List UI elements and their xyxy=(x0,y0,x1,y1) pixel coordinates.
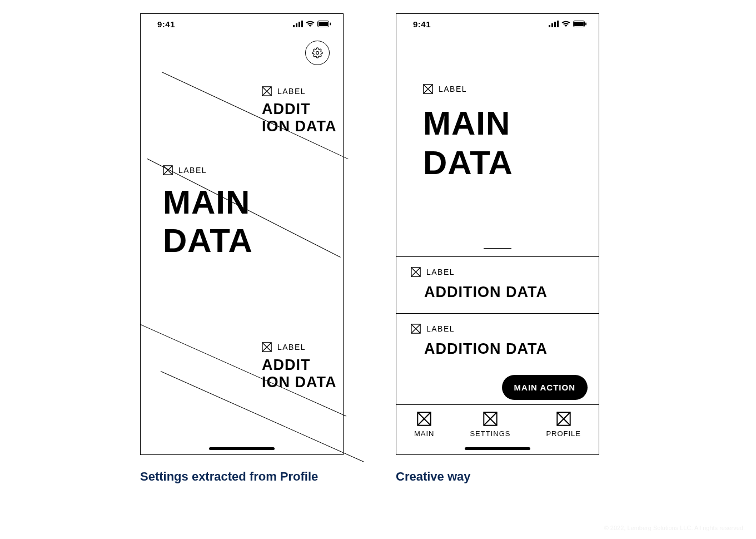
cellular-icon xyxy=(549,21,559,27)
placeholder-icon xyxy=(411,267,421,277)
main-line: MAIN xyxy=(423,104,572,144)
phone-mock-left: 9:41 LABEL ADDIT ION DATA xyxy=(140,13,344,455)
tab-bar: MAIN SETTINGS PROFILE xyxy=(396,404,599,454)
status-bar: 9:41 xyxy=(396,14,599,34)
wifi-icon xyxy=(306,21,315,27)
label-text: LABEL xyxy=(178,166,207,175)
placeholder-icon xyxy=(483,412,498,426)
svg-rect-20 xyxy=(557,21,559,27)
label-text: LABEL xyxy=(426,268,455,276)
label-text: LABEL xyxy=(439,85,467,93)
home-indicator xyxy=(465,447,530,450)
tab-label: PROFILE xyxy=(546,429,581,438)
svg-rect-22 xyxy=(574,22,584,26)
gear-icon xyxy=(312,47,323,58)
copyright-text: © 2022, Lemberg Solutions LLC. All right… xyxy=(604,525,745,531)
svg-rect-18 xyxy=(551,23,553,27)
placeholder-icon xyxy=(417,412,431,426)
home-indicator xyxy=(209,447,275,450)
main-action-button[interactable]: MAIN ACTION xyxy=(502,375,588,400)
svg-rect-2 xyxy=(299,22,300,27)
main-line: MAIN xyxy=(163,183,253,221)
cellular-icon xyxy=(293,21,303,27)
status-icons xyxy=(293,21,331,27)
svg-rect-5 xyxy=(319,22,328,26)
battery-icon xyxy=(573,21,586,27)
addition-line: ADDIT xyxy=(262,357,336,374)
main-line: DATA xyxy=(163,221,253,260)
tab-profile[interactable]: PROFILE xyxy=(546,412,581,438)
svg-rect-17 xyxy=(549,25,550,27)
tab-label: MAIN xyxy=(414,429,435,438)
addition-block-bottom: LABEL ADDIT ION DATA xyxy=(262,342,336,391)
caption-right: Creative way xyxy=(396,469,471,484)
addition-line: ADDIT xyxy=(262,101,336,118)
tab-main[interactable]: MAIN xyxy=(414,412,435,438)
battery-icon xyxy=(317,21,331,27)
label-text: LABEL xyxy=(426,324,455,333)
addition-text: ADDITION DATA xyxy=(424,340,584,358)
addition-block-top: LABEL ADDIT ION DATA xyxy=(262,86,336,135)
addition-line: ION DATA xyxy=(262,118,336,135)
placeholder-icon xyxy=(163,165,173,175)
main-line: DATA xyxy=(423,144,572,183)
tab-settings[interactable]: SETTINGS xyxy=(470,412,510,438)
placeholder-icon xyxy=(411,324,421,334)
svg-rect-3 xyxy=(301,21,303,27)
status-time: 9:41 xyxy=(157,19,175,29)
svg-rect-0 xyxy=(293,25,295,27)
placeholder-icon xyxy=(423,84,433,94)
status-icons xyxy=(549,21,586,27)
svg-rect-6 xyxy=(330,23,331,26)
phone-mock-right: 9:41 LABEL MAIN DATA LABEL ADDIT xyxy=(396,13,599,455)
svg-rect-23 xyxy=(585,23,586,26)
main-card: LABEL MAIN DATA xyxy=(396,34,599,256)
svg-point-7 xyxy=(316,52,319,55)
addition-line: ION DATA xyxy=(262,374,336,391)
status-time: 9:41 xyxy=(413,19,431,29)
label-text: LABEL xyxy=(277,343,306,352)
main-block: LABEL MAIN DATA xyxy=(163,165,253,260)
addition-card[interactable]: LABEL ADDITION DATA xyxy=(396,313,599,382)
wifi-icon xyxy=(561,21,570,27)
label-text: LABEL xyxy=(277,87,306,96)
placeholder-icon xyxy=(262,86,272,96)
page-indicator xyxy=(484,248,511,249)
status-bar: 9:41 xyxy=(141,14,343,34)
caption-left: Settings extracted from Profile xyxy=(140,469,318,484)
svg-rect-1 xyxy=(296,23,297,27)
addition-card[interactable]: LABEL ADDITION DATA xyxy=(396,256,599,313)
placeholder-icon xyxy=(262,342,272,352)
addition-text: ADDITION DATA xyxy=(424,284,584,301)
tab-label: SETTINGS xyxy=(470,429,510,438)
placeholder-icon xyxy=(556,412,571,426)
settings-button[interactable] xyxy=(305,41,330,65)
svg-rect-19 xyxy=(554,22,556,27)
